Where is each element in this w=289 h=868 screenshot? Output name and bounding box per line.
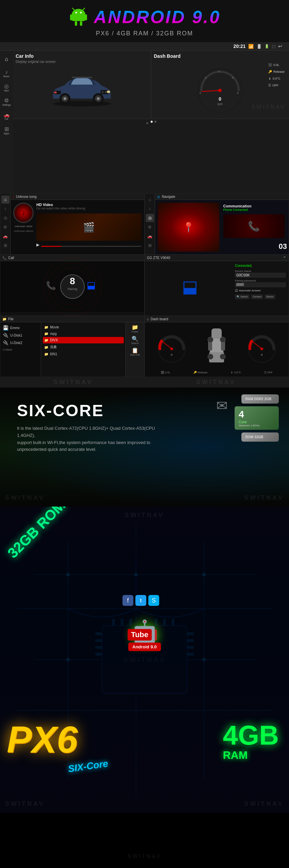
svg-point-68 — [202, 573, 206, 576]
home-mini-icon[interactable]: ⌂ — [1, 195, 10, 204]
tool-scan[interactable]: 📋 Scan File — [128, 347, 142, 356]
drive-label-emmc: Emmc — [10, 326, 20, 330]
release-label: Release — [273, 70, 285, 73]
home-nav-icon[interactable]: ⌂ — [146, 195, 154, 204]
music-panel-content: ♪ Unknow song ♪ unknown artist Unknown a… — [11, 194, 144, 254]
svg-text:Pairing: Pairing — [67, 287, 77, 291]
six-core-content: SIX-CORE It is the latest Dual Cortex-A7… — [17, 401, 272, 453]
file-row-movie[interactable]: 📁 Movie — [43, 324, 124, 330]
file-row-divx[interactable]: 📁 DIVX — [43, 337, 124, 343]
svg-line-4 — [72, 8, 74, 10]
apps-nav-icon[interactable]: ⊞ — [146, 241, 154, 250]
folder-icon-movie: 📁 — [44, 325, 48, 329]
nav-map[interactable]: 📍 — [158, 203, 219, 252]
file-row-mpg[interactable]: 📁 mpg — [43, 330, 124, 337]
settings-nav-icon[interactable]: ⚙ — [146, 223, 154, 231]
file-row-chinese[interactable]: 📁 漠桑 — [43, 343, 124, 351]
svg-rect-75 — [95, 646, 102, 649]
car-nav-icon[interactable]: 🚗 — [146, 232, 154, 240]
watermark-3: SWITNAV — [53, 379, 93, 386]
bt-discon-btn[interactable]: Discon — [265, 294, 275, 299]
sidebar-item-settings[interactable]: ⚙ Settings — [0, 95, 13, 109]
music-layout: ⌂ ♪ ◎ ⚙ 🚗 ⊞ ♪ Unknow song — [0, 194, 144, 254]
bt-pairing-label: Pairing password — [235, 279, 286, 282]
file-item-udisk1[interactable]: 🔌 U-Disk1 — [2, 331, 39, 339]
svg-rect-73 — [95, 632, 102, 635]
tool-search[interactable]: 🔍 Search — [128, 336, 142, 344]
dashboard-right-info: ⬛ 0.0L 🔑 Release 🌡 0.0°C — [268, 63, 285, 87]
car-info-panel: Car Info Display original car screen — [13, 51, 151, 119]
navi-nav-icon[interactable]: ◎ — [146, 214, 154, 222]
drive-icon-emmc: 💾 — [3, 325, 8, 330]
file-name-divx: DIVX — [50, 338, 58, 342]
hd-video-title: HD Video — [36, 203, 141, 207]
svg-rect-81 — [112, 619, 115, 626]
watermark-bar: SWITNAV SWITNAV — [0, 377, 289, 388]
car-info-title: Car Info — [16, 53, 148, 59]
svg-rect-82 — [121, 619, 123, 626]
file-screen-panel: 📁 File 💾 Emmc 🔌 U-Disk1 🔌 U-D — [0, 316, 144, 377]
content-area: Car Info Display original car screen — [13, 51, 289, 193]
bt-search-btn[interactable]: 🔍 Search — [235, 294, 250, 299]
back-icon[interactable]: ↩ — [278, 44, 282, 49]
home-icon: ⌂ — [5, 56, 8, 62]
dash2-body: 0 — [145, 322, 289, 377]
dot-1[interactable] — [151, 121, 153, 123]
car-mini-icon[interactable]: 🚗 — [1, 232, 10, 240]
speedometer-svg: 0 2 4 6 8 0 rpm — [189, 62, 251, 113]
bt-body: ⬓ Connected. Device Name G0CS0K Pairing … — [145, 261, 289, 312]
music-nav-icon[interactable]: ♪ — [146, 205, 154, 213]
dash2-fuel: ⬛ 0.0L — [161, 371, 170, 374]
checkbox-icon[interactable]: ☑ — [235, 289, 238, 292]
file-name-6in1: 6IN1 — [50, 352, 57, 356]
sidebar-item-music[interactable]: ♪ Music — [0, 67, 13, 80]
hd-video-section: HD Video Do not watch the video while dr… — [36, 203, 141, 252]
sidebar-item-apps[interactable]: ⊞ Apps — [0, 124, 13, 137]
wm-px6-bl: SWITNAV — [5, 800, 45, 807]
battery-icon: 🔋 — [265, 44, 269, 49]
video-thumbnail[interactable]: 🎬 — [36, 214, 141, 241]
file-row-6in1[interactable]: 📁 6IN1 — [43, 351, 124, 357]
comm-title: Communication — [223, 204, 285, 208]
file-item-emmc[interactable]: 💾 Emmc — [2, 324, 39, 331]
svg-text:0: 0 — [200, 91, 201, 95]
fuel-value: 0.0L — [273, 63, 279, 67]
svg-text:📞: 📞 — [46, 280, 56, 290]
sidebar-item-navi[interactable]: ◎ Navi — [0, 81, 13, 95]
sidebar-item-car[interactable]: 🚗 Car — [0, 109, 13, 123]
dot-2[interactable] — [154, 121, 156, 123]
apps-mini-icon[interactable]: ⊞ — [1, 241, 10, 250]
home-dash2-icon: ⌂ — [147, 317, 149, 321]
file-list-panel: 📁 Movie 📁 mpg 📁 DIVX 📁 漠桑 — [41, 322, 125, 377]
navi-mini-icon[interactable]: ◎ — [1, 214, 10, 222]
android-logo-icon — [68, 7, 89, 27]
settings-mini-icon[interactable]: ⚙ — [1, 223, 10, 231]
tool-folder[interactable]: 📁 Folder — [128, 324, 142, 333]
play-icon[interactable]: ▶ — [36, 242, 39, 247]
bt-connect-btn[interactable]: Connect — [251, 294, 263, 299]
tool-folder-icon: 📁 — [132, 324, 138, 330]
wm-px6-br: SWITNAV — [244, 800, 284, 807]
sidebar-label-settings: Settings — [2, 104, 11, 106]
bluetooth-screen-panel: GG ZTE V9040 📱 ⬓ Connected. Device Name … — [144, 255, 289, 316]
communication-section: Communication Phone Connected. 📞 — [222, 203, 286, 252]
file-item-udisk2[interactable]: 🔌 U-Disk2 — [2, 339, 39, 346]
comm-status: Phone Connected. — [223, 208, 285, 211]
video-progress-bar[interactable] — [41, 246, 141, 247]
drive-label-udisk1: U-Disk1 — [10, 334, 22, 337]
svg-rect-78 — [187, 639, 194, 642]
right-gauge-svg: 0 — [245, 330, 279, 364]
file-tools-panel: 📁 Folder 🔍 Search 📋 Scan File — [125, 322, 144, 377]
svg-text:4: 4 — [218, 70, 220, 73]
svg-line-5 — [83, 8, 85, 10]
call-screen-panel: 📞 Call 📞 8 Pairing — [0, 255, 144, 316]
bt-pairing-value: 0000 — [235, 282, 286, 287]
music-mini-icon[interactable]: ♪ — [1, 205, 10, 213]
email-icon: ✉ — [216, 398, 228, 413]
music-header-bar: ♪ Unknow song — [11, 194, 144, 200]
svg-rect-23 — [72, 77, 92, 78]
sidebar-item-home[interactable]: ⌂ — [0, 52, 13, 66]
bt-pairing-field: Pairing password 0000 — [235, 279, 286, 287]
dash2-temp: 🌡 0.0°C — [231, 371, 241, 374]
dash2-title: Dash board — [151, 317, 168, 321]
